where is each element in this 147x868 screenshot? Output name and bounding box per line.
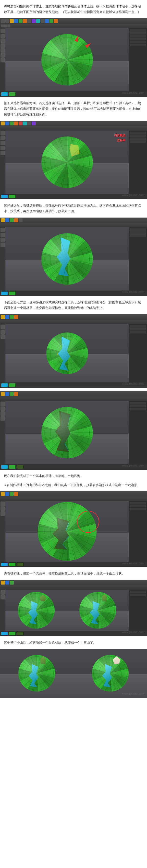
tool-icon[interactable]: [0, 151, 5, 155]
tool-icon[interactable]: [0, 48, 5, 53]
toolbar-icon[interactable]: [27, 19, 31, 23]
green-sphere[interactable]: [46, 333, 88, 374]
toolbar-icon[interactable]: [5, 392, 9, 396]
planet-left[interactable]: [18, 655, 55, 692]
tool-icon[interactable]: [0, 34, 5, 38]
tool-icon[interactable]: [0, 141, 5, 145]
toolbar-icon[interactable]: [10, 581, 14, 585]
toolbar-icon[interactable]: [19, 122, 23, 125]
tool-icon[interactable]: [0, 228, 5, 232]
material-swatch-blue[interactable]: [1, 383, 8, 387]
toolbar-icon[interactable]: [5, 122, 9, 125]
tool-icon[interactable]: [0, 501, 5, 506]
viewport-scene[interactable]: 切换视角 选择中: [5, 131, 129, 194]
toolbar-icon[interactable]: [5, 581, 9, 585]
toolbar-icon[interactable]: [5, 19, 9, 23]
toolbar-icon[interactable]: [54, 19, 58, 23]
planet-left[interactable]: [18, 592, 55, 629]
toolbar-icon[interactable]: [1, 19, 5, 23]
toolbar-icon[interactable]: [10, 122, 14, 125]
toolbar-icon[interactable]: [41, 19, 45, 23]
toolbar-icon[interactable]: [10, 492, 14, 496]
material-swatch-green[interactable]: [9, 631, 16, 636]
toolbar-icon[interactable]: [19, 218, 23, 222]
tool-icon[interactable]: [0, 506, 5, 511]
toolbar-icon[interactable]: [1, 315, 5, 319]
toolbar-icon[interactable]: [14, 122, 18, 125]
planet-sphere[interactable]: [41, 407, 93, 458]
material-swatch-green[interactable]: [9, 194, 16, 198]
viewport-scene[interactable]: [0, 649, 147, 698]
tool-icon[interactable]: [0, 411, 5, 416]
material-swatch-blue[interactable]: [1, 631, 8, 636]
planet-right[interactable]: [92, 655, 129, 692]
toolbar-icon[interactable]: [1, 25, 4, 27]
toolbar-icon[interactable]: [10, 392, 14, 396]
tool-icon[interactable]: [0, 58, 5, 62]
green-sphere[interactable]: [41, 34, 93, 86]
toolbar-icon[interactable]: [27, 122, 31, 125]
tool-icon[interactable]: [0, 53, 5, 58]
toolbar-icon[interactable]: [1, 122, 5, 125]
toolbar-icon[interactable]: [32, 122, 36, 125]
material-swatch-darkland[interactable]: [17, 465, 24, 469]
toolbar-icon[interactable]: [19, 19, 23, 23]
tool-icon[interactable]: [0, 511, 5, 516]
material-swatch-green[interactable]: [9, 562, 16, 566]
tool-icon[interactable]: [0, 238, 5, 242]
tool-icon[interactable]: [0, 131, 5, 135]
material-swatch-blue[interactable]: [1, 194, 8, 198]
toolbar-icon[interactable]: [10, 315, 14, 319]
material-swatch-green[interactable]: [9, 383, 16, 387]
toolbar-icon[interactable]: [7, 25, 10, 27]
viewport-scene[interactable]: [5, 227, 129, 290]
tool-icon[interactable]: [0, 29, 5, 33]
planet-right[interactable]: [79, 592, 116, 629]
viewport-scene[interactable]: [5, 501, 129, 562]
tool-icon[interactable]: [0, 136, 5, 141]
toolbar-icon[interactable]: [14, 492, 18, 496]
toolbar-icon[interactable]: [4, 25, 7, 27]
material-swatch-blue[interactable]: [1, 465, 8, 469]
green-sphere[interactable]: [41, 233, 93, 285]
viewport-scene[interactable]: [5, 590, 129, 631]
viewport-scene[interactable]: [5, 28, 129, 91]
tool-icon[interactable]: [0, 233, 5, 237]
toolbar-icon[interactable]: [36, 19, 40, 23]
tool-icon[interactable]: [0, 324, 5, 329]
material-swatch-blue[interactable]: [1, 291, 8, 295]
tool-icon[interactable]: [0, 146, 5, 150]
viewport-scene[interactable]: [5, 324, 129, 382]
tool-icon[interactable]: [0, 406, 5, 411]
toolbar-icon[interactable]: [45, 19, 49, 23]
tool-icon[interactable]: [0, 334, 5, 339]
tool-icon[interactable]: [0, 330, 5, 334]
toolbar-icon[interactable]: [1, 492, 5, 496]
viewport-scene[interactable]: [5, 401, 129, 464]
toolbar-icon[interactable]: [5, 492, 9, 496]
tool-icon[interactable]: [0, 38, 5, 43]
tool-icon[interactable]: [0, 43, 5, 48]
material-swatch-darkland[interactable]: [17, 562, 24, 566]
toolbar-icon[interactable]: [14, 218, 18, 222]
toolbar-icon[interactable]: [5, 315, 9, 319]
tool-icon[interactable]: [0, 595, 5, 599]
material-swatch-blue[interactable]: [1, 562, 8, 566]
green-sphere[interactable]: [41, 136, 93, 188]
material-swatch-darkland[interactable]: [17, 631, 24, 636]
toolbar-icon[interactable]: [1, 218, 5, 222]
material-swatch-blue[interactable]: [1, 92, 8, 96]
toolbar-icon[interactable]: [10, 218, 14, 222]
material-swatch-green[interactable]: [9, 465, 16, 469]
tool-icon[interactable]: [0, 416, 5, 421]
toolbar-icon[interactable]: [14, 315, 18, 319]
toolbar-icon[interactable]: [5, 218, 9, 222]
tool-icon[interactable]: [0, 243, 5, 247]
toolbar-icon[interactable]: [32, 19, 36, 23]
toolbar-icon[interactable]: [1, 581, 5, 585]
tool-icon[interactable]: [0, 402, 5, 406]
material-swatch-green[interactable]: [9, 291, 16, 295]
toolbar-icon[interactable]: [23, 19, 27, 23]
tool-icon[interactable]: [0, 590, 5, 595]
toolbar-icon[interactable]: [10, 19, 14, 23]
